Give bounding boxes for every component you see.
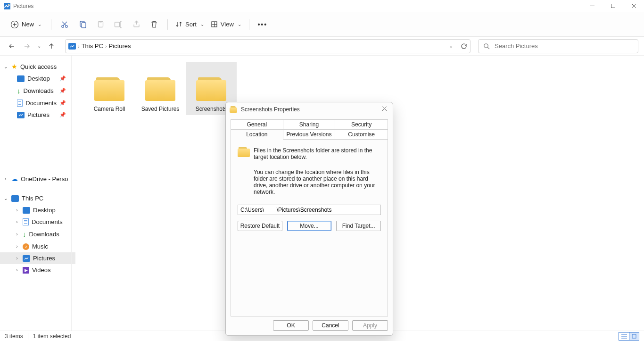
new-button[interactable]: New ⌄	[6, 18, 46, 31]
toolbar: New ⌄ Sort ⌄ View ⌄ •••	[0, 12, 644, 37]
minimize-button[interactable]	[582, 0, 603, 12]
dialog-info-line2: You can change the location where files …	[238, 169, 381, 195]
folder-icon	[145, 77, 175, 101]
restore-default-button[interactable]: Restore Default	[238, 221, 282, 231]
svg-point-8	[62, 25, 64, 27]
sidebar-onedrive[interactable]: › ☁ OneDrive - Perso	[0, 173, 75, 185]
share-button[interactable]	[128, 16, 145, 33]
svg-point-23	[484, 43, 488, 47]
sidebar-pc-videos[interactable]: › ▶ Videos	[0, 264, 75, 276]
breadcrumb[interactable]: › This PC › Pictures ⌄	[65, 39, 471, 53]
tab-previous-versions[interactable]: Previous Versions	[283, 130, 336, 140]
nav-recent[interactable]: ⌄	[36, 40, 42, 52]
desktop-icon	[17, 75, 25, 82]
sidebar-pc-pictures[interactable]: › Pictures	[0, 252, 75, 264]
dialog-title: Screenshots Properties	[241, 106, 300, 113]
view-button[interactable]: View ⌄	[208, 19, 244, 30]
download-icon: ↓	[23, 230, 26, 238]
folder-icon	[94, 77, 124, 101]
dialog-close-button[interactable]	[380, 104, 389, 115]
search-box[interactable]	[478, 39, 638, 53]
paste-button[interactable]	[92, 16, 109, 33]
svg-rect-28	[632, 334, 636, 338]
tab-security[interactable]: Security	[335, 120, 388, 130]
new-label: New	[22, 21, 34, 28]
breadcrumb-seg[interactable]: This PC	[82, 42, 103, 50]
sidebar-pc-downloads[interactable]: › ↓ Downloads	[0, 228, 75, 241]
sidebar-label: Downloads	[24, 87, 54, 94]
dialog-tabs: General Sharing Security Location Previo…	[231, 119, 388, 140]
delete-button[interactable]	[146, 16, 163, 33]
location-path-input[interactable]	[238, 205, 381, 215]
tab-sharing[interactable]: Sharing	[283, 120, 336, 130]
cut-button[interactable]	[56, 16, 73, 33]
sort-button[interactable]: Sort ⌄	[173, 19, 207, 30]
download-icon: ↓	[17, 87, 21, 95]
refresh-icon[interactable]	[461, 43, 467, 50]
sidebar-this-pc[interactable]: ⌄ This PC	[0, 192, 75, 204]
close-button[interactable]	[623, 0, 644, 12]
sidebar-label: OneDrive - Perso	[21, 175, 68, 183]
grid-icon	[632, 334, 636, 339]
nav-forward[interactable]	[21, 40, 33, 52]
chevron-right-icon: ›	[3, 176, 8, 182]
pictures-icon	[68, 43, 76, 50]
sidebar-downloads[interactable]: ↓ Downloads 📌	[0, 84, 75, 97]
ok-button[interactable]: OK	[273, 320, 309, 331]
maximize-button[interactable]	[603, 0, 623, 12]
sidebar: ⌄ ★ Quick access Desktop 📌 ↓ Downloads 📌…	[0, 56, 75, 331]
pin-icon: 📌	[59, 88, 66, 94]
folder-icon	[238, 147, 250, 158]
sidebar-pc-documents[interactable]: › Documents	[0, 216, 75, 228]
sidebar-quick-access[interactable]: ⌄ ★ Quick access	[0, 60, 75, 73]
window-title: Pictures	[13, 3, 33, 9]
breadcrumb-seg[interactable]: Pictures	[109, 42, 131, 50]
nav-back[interactable]	[6, 40, 18, 52]
tab-location[interactable]: Location	[231, 130, 283, 140]
folder-label: Camera Roll	[94, 106, 125, 112]
sidebar-documents[interactable]: Documents 📌	[0, 97, 75, 109]
pin-icon: 📌	[59, 75, 66, 82]
nav-row: ⌄ › This PC › Pictures ⌄	[0, 37, 644, 56]
sidebar-pictures[interactable]: Pictures 📌	[0, 109, 75, 121]
chevron-down-icon: ⌄	[238, 22, 241, 27]
chevron-down-icon: ⌄	[3, 64, 8, 69]
sidebar-pc-desktop[interactable]: › Desktop	[0, 204, 75, 216]
rename-button[interactable]	[110, 16, 127, 33]
document-icon	[23, 218, 29, 225]
folder-saved-pictures[interactable]: Saved Pictures	[135, 62, 186, 115]
dialog-info-line1: Files in the Screenshots folder are stor…	[254, 147, 381, 160]
icons-view-button[interactable]	[629, 332, 639, 341]
sidebar-label: Desktop	[33, 207, 56, 214]
cancel-button[interactable]: Cancel	[313, 320, 348, 331]
sidebar-desktop[interactable]: Desktop 📌	[0, 73, 75, 84]
find-target-button[interactable]: Find Target...	[336, 221, 381, 231]
pictures-icon	[23, 255, 30, 262]
copy-button[interactable]	[74, 16, 91, 33]
dialog-titlebar[interactable]: Screenshots Properties	[226, 102, 393, 116]
sidebar-label: Pictures	[33, 255, 55, 262]
details-view-button[interactable]	[619, 332, 629, 341]
pictures-icon	[17, 112, 25, 118]
desktop-icon	[23, 207, 30, 214]
apply-button[interactable]: Apply	[352, 320, 388, 331]
chevron-right-icon: ›	[14, 267, 20, 273]
move-button[interactable]: Move...	[287, 221, 332, 231]
separator	[51, 19, 51, 30]
trash-icon	[150, 20, 158, 28]
sidebar-pc-music[interactable]: › ♪ Music	[0, 241, 75, 252]
tab-customise[interactable]: Customise	[335, 130, 388, 140]
folder-icon	[196, 77, 226, 101]
share-icon	[132, 20, 140, 28]
more-button[interactable]: •••	[254, 16, 271, 33]
star-icon: ★	[11, 63, 17, 70]
chevron-right-icon: ›	[14, 232, 20, 237]
folder-camera-roll[interactable]: Camera Roll	[84, 62, 135, 115]
search-input[interactable]	[495, 42, 633, 50]
chevron-down-icon[interactable]: ⌄	[449, 43, 453, 49]
nav-up[interactable]	[45, 40, 58, 52]
sidebar-label: Downloads	[29, 231, 59, 238]
tab-general[interactable]: General	[231, 120, 283, 130]
svg-rect-13	[82, 23, 86, 28]
svg-rect-2	[611, 4, 615, 8]
